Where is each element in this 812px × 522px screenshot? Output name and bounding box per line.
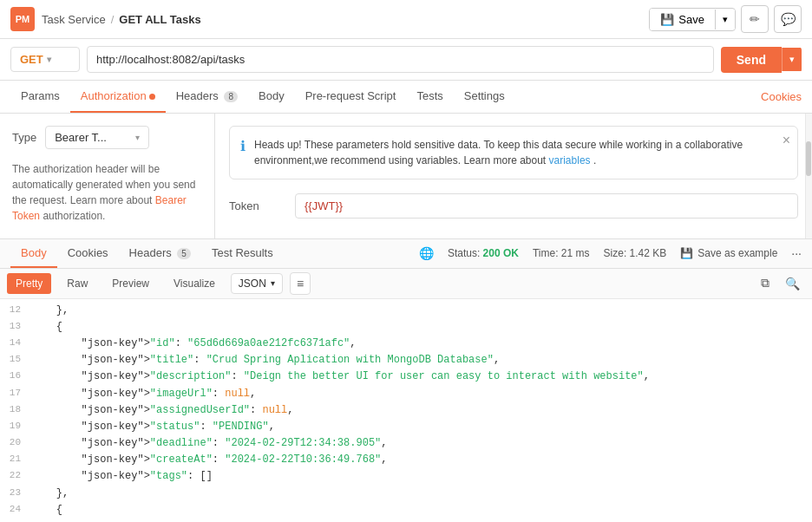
line-content: "json-key">"status": "PENDING",	[31, 419, 812, 435]
line-content: "json-key">"createAt": "2024-02-22T10:36…	[31, 452, 812, 468]
code-line: 22 "json-key">"tags": []	[0, 468, 812, 485]
method-select[interactable]: GET ▾	[10, 47, 80, 72]
search-icon: 🔍	[785, 277, 800, 290]
code-area: 12 },13 {14 "json-key">"id": "65d6d669a0…	[0, 299, 812, 522]
line-content: "json-key">"description": "Deign the bet…	[31, 369, 812, 385]
size-info: Size: 1.42 KB	[604, 247, 667, 259]
save-label: Save	[678, 13, 704, 26]
code-line: 23 },	[0, 486, 812, 502]
cookies-link[interactable]: Cookies	[761, 90, 802, 103]
tab-body[interactable]: Body	[248, 81, 295, 113]
auth-description: The authorization header will be automat…	[12, 161, 202, 224]
variables-link[interactable]: variables	[549, 154, 591, 166]
close-banner-button[interactable]: ×	[783, 134, 790, 147]
type-label: Type	[12, 131, 36, 144]
url-bar: GET ▾ Send ▾	[0, 39, 812, 81]
token-row: Token	[229, 193, 798, 219]
code-line: 14 "json-key">"id": "65d6d669a0ae212fc63…	[0, 336, 812, 352]
tab-pre-request-script[interactable]: Pre-request Script	[295, 81, 407, 113]
copy-button[interactable]: ⧉	[756, 272, 775, 294]
code-line: 19 "json-key">"status": "PENDING",	[0, 419, 812, 435]
tab-tests[interactable]: Tests	[406, 81, 453, 113]
code-line: 16 "json-key">"description": "Deign the …	[0, 369, 812, 385]
header-right: 💾 Save ▾ ✏ 💬	[649, 5, 802, 33]
line-content: "json-key">"title": "Crud Spring Aplicat…	[31, 352, 812, 369]
app-logo: PM	[10, 7, 35, 31]
line-content: "json-key">"imageUrl": null,	[31, 386, 812, 402]
line-content: {	[31, 502, 812, 519]
save-example-icon: 💾	[680, 247, 693, 259]
token-label: Token	[229, 199, 281, 212]
breadcrumb-current: GET ALL Tasks	[119, 13, 200, 26]
comment-button[interactable]: 💬	[774, 5, 802, 33]
breadcrumb-service[interactable]: Task Service	[42, 13, 106, 26]
response-tab-test-results[interactable]: Test Results	[201, 239, 284, 268]
save-button[interactable]: 💾 Save	[650, 9, 715, 30]
send-dropdown-button[interactable]: ▾	[782, 48, 802, 71]
save-dropdown-button[interactable]: ▾	[715, 10, 735, 29]
line-content: "json-key">"deadline": "2024-02-29T12:34…	[31, 435, 812, 452]
header: PM Task Service / GET ALL Tasks 💾 Save ▾…	[0, 0, 812, 39]
line-number: 19	[0, 419, 31, 434]
line-number: 22	[0, 468, 31, 484]
status-value: 200 OK	[483, 247, 519, 259]
bearer-type-value: Bearer T...	[55, 131, 107, 144]
breadcrumb-separator: /	[111, 13, 115, 26]
method-value: GET	[20, 53, 43, 66]
format-pretty[interactable]: Pretty	[7, 273, 51, 294]
status-label: Status: 200 OK	[448, 247, 519, 259]
more-options-button[interactable]: ···	[791, 246, 802, 260]
url-input[interactable]	[87, 46, 714, 73]
language-dropdown-icon: ▾	[271, 278, 275, 288]
comment-icon: 💬	[781, 12, 796, 26]
code-line: 12 },	[0, 303, 812, 319]
bearer-type-select[interactable]: Bearer T... ▾	[45, 126, 149, 149]
auth-content: Type Bearer T... ▾ The authorization hea…	[0, 114, 812, 238]
line-content: "json-key">"tags": []	[31, 468, 812, 485]
line-number: 20	[0, 435, 31, 451]
tab-headers[interactable]: Headers 8	[166, 81, 248, 113]
filter-icon-button[interactable]: ≡	[290, 272, 311, 295]
response-tab-cookies[interactable]: Cookies	[57, 239, 119, 268]
line-number: 16	[0, 369, 31, 384]
save-button-group: 💾 Save ▾	[649, 8, 736, 31]
line-number: 13	[0, 319, 31, 335]
format-raw[interactable]: Raw	[58, 273, 96, 294]
line-number: 15	[0, 352, 31, 368]
code-line: 15 "json-key">"title": "Crud Spring Apli…	[0, 352, 812, 369]
send-button[interactable]: Send	[721, 47, 782, 73]
breadcrumb: Task Service / GET ALL Tasks	[42, 13, 201, 26]
save-example-button[interactable]: 💾 Save as example	[680, 247, 777, 259]
code-toolbar: Pretty Raw Preview Visualize JSON ▾ ≡ ⧉ …	[0, 269, 812, 299]
language-select[interactable]: JSON ▾	[231, 273, 283, 294]
response-section: Body Cookies Headers 5 Test Results 🌐 St…	[0, 238, 812, 522]
authorization-dot	[149, 94, 155, 100]
line-number: 17	[0, 386, 31, 401]
line-number: 14	[0, 336, 31, 351]
token-input[interactable]	[295, 193, 798, 219]
search-button[interactable]: 🔍	[780, 272, 805, 294]
line-content: },	[31, 486, 812, 502]
line-number: 21	[0, 452, 31, 467]
info-icon: ℹ	[240, 138, 246, 154]
save-example-label: Save as example	[697, 247, 777, 259]
format-visualize[interactable]: Visualize	[165, 273, 224, 294]
response-tab-headers[interactable]: Headers 5	[119, 239, 201, 268]
tab-params[interactable]: Params	[10, 81, 70, 113]
line-number: 24	[0, 502, 31, 518]
tabs-right: Cookies	[761, 90, 802, 103]
info-text-start: Heads up! These parameters hold sensitiv…	[254, 139, 743, 166]
right-panel-scrollbar[interactable]	[805, 114, 812, 238]
code-line: 13 {	[0, 319, 812, 336]
scrollbar-thumb	[806, 141, 811, 176]
line-number: 18	[0, 402, 31, 418]
edit-button[interactable]: ✏	[741, 5, 769, 33]
tab-settings[interactable]: Settings	[454, 81, 515, 113]
language-value: JSON	[239, 277, 266, 290]
tab-authorization[interactable]: Authorization	[70, 81, 166, 113]
response-tab-body[interactable]: Body	[10, 239, 57, 268]
time-info: Time: 21 ms	[533, 247, 590, 259]
format-preview[interactable]: Preview	[103, 273, 158, 294]
code-line: 24 {	[0, 502, 812, 519]
header-left: PM Task Service / GET ALL Tasks	[10, 7, 201, 31]
